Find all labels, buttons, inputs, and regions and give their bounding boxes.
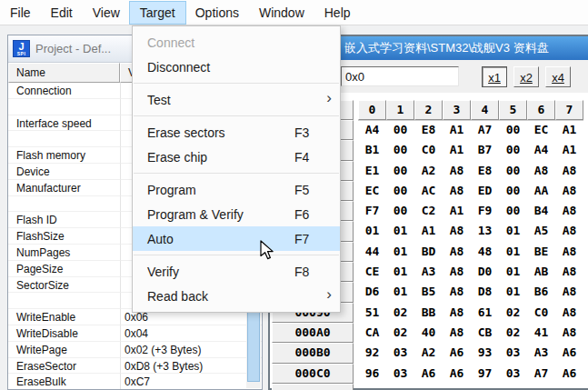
menu-item-program[interactable]: ProgramF5 xyxy=(133,177,340,202)
hex-byte-cell[interactable]: B1 xyxy=(358,140,386,160)
menu-item-read-back[interactable]: Read back› xyxy=(133,284,340,308)
hex-byte-cell[interactable]: 92 xyxy=(358,343,386,363)
hex-byte-cell[interactable]: 00 xyxy=(386,161,414,181)
menubar-item-file[interactable]: File xyxy=(0,2,41,24)
hex-byte-cell[interactable]: A8 xyxy=(443,161,471,181)
hex-byte-cell[interactable]: 02 xyxy=(386,323,414,343)
hex-byte-cell[interactable]: 01 xyxy=(358,221,386,241)
hex-byte-cell[interactable]: A1 xyxy=(443,120,471,140)
hex-byte-cell[interactable]: 93 xyxy=(471,343,499,363)
hex-byte-cell[interactable]: 00 xyxy=(499,161,527,181)
property-row-writedisable[interactable]: WriteDisable0x04 xyxy=(8,325,262,342)
hex-byte-cell[interactable]: 44 xyxy=(358,242,386,262)
hex-byte-cell[interactable]: A8 xyxy=(555,181,583,201)
hex-byte-cell[interactable]: A1 xyxy=(443,140,471,160)
hex-byte-cell[interactable]: 00 xyxy=(499,120,527,140)
hex-byte-cell[interactable]: 96 xyxy=(358,364,386,384)
hex-byte-cell[interactable]: AB xyxy=(527,262,555,282)
hex-byte-cell[interactable]: A8 xyxy=(555,221,583,241)
hex-byte-cell[interactable]: C0 xyxy=(527,303,555,323)
hex-byte-cell[interactable]: 02 xyxy=(499,303,527,323)
hex-byte-cell[interactable]: 01 xyxy=(499,282,527,302)
hex-byte-cell[interactable]: 03 xyxy=(499,343,527,363)
hex-byte-cell[interactable]: CA xyxy=(358,323,386,343)
hex-byte-cell[interactable]: 02 xyxy=(499,323,527,343)
hex-byte-cell[interactable]: BB xyxy=(414,303,443,323)
hex-byte-cell[interactable]: 01 xyxy=(499,262,527,282)
hex-byte-cell[interactable]: E8 xyxy=(471,161,499,181)
hex-byte-cell[interactable]: 97 xyxy=(471,364,499,384)
hex-byte-cell[interactable]: EC xyxy=(358,181,386,201)
hex-byte-cell[interactable]: B4 xyxy=(527,201,555,221)
hex-byte-cell[interactable]: B5 xyxy=(414,282,443,302)
hex-byte-cell[interactable]: A2 xyxy=(414,161,443,181)
hex-byte-cell[interactable]: A6 xyxy=(443,343,471,363)
hex-byte-cell[interactable]: A8 xyxy=(555,262,583,282)
menu-item-disconnect[interactable]: Disconnect xyxy=(133,55,340,79)
hex-byte-cell[interactable]: A1 xyxy=(555,140,583,160)
hex-byte-cell[interactable]: A1 xyxy=(414,221,443,241)
hex-byte-cell[interactable]: A2 xyxy=(414,343,443,363)
menu-item-verify[interactable]: VerifyF8 xyxy=(133,259,340,284)
zoom-x1-button[interactable]: x1 xyxy=(482,66,507,87)
menubar-item-view[interactable]: View xyxy=(83,2,130,24)
menu-item-connect[interactable]: Connect xyxy=(133,30,340,55)
hex-byte-cell[interactable]: 01 xyxy=(386,221,414,241)
hex-byte-cell[interactable]: E1 xyxy=(358,161,386,181)
hex-byte-cell[interactable]: A8 xyxy=(555,242,583,262)
hex-byte-cell[interactable]: A1 xyxy=(555,120,583,140)
hex-byte-cell[interactable]: A1 xyxy=(443,201,471,221)
hex-byte-cell[interactable]: A6 xyxy=(555,364,583,384)
hex-byte-cell[interactable]: EC xyxy=(527,120,555,140)
menubar-item-target[interactable]: Target xyxy=(130,2,185,24)
menubar-item-edit[interactable]: Edit xyxy=(41,2,83,24)
hex-byte-cell[interactable]: A8 xyxy=(443,242,471,262)
hex-byte-cell[interactable]: CE xyxy=(358,262,386,282)
hex-byte-cell[interactable]: 02 xyxy=(386,303,414,323)
hex-byte-cell[interactable]: A8 xyxy=(443,282,471,302)
hex-byte-cell[interactable]: 01 xyxy=(499,242,527,262)
hex-byte-cell[interactable]: 03 xyxy=(386,343,414,363)
hex-byte-cell[interactable]: D0 xyxy=(471,262,499,282)
hex-byte-cell[interactable]: A7 xyxy=(527,364,555,384)
hex-byte-cell[interactable]: A8 xyxy=(555,201,583,221)
hex-byte-cell[interactable]: 00 xyxy=(386,140,414,160)
hex-byte-cell[interactable]: 48 xyxy=(471,242,499,262)
hex-byte-cell[interactable]: 01 xyxy=(386,262,414,282)
hex-byte-cell[interactable]: BD xyxy=(414,242,443,262)
hex-byte-cell[interactable]: 61 xyxy=(471,303,499,323)
hex-byte-cell[interactable]: A3 xyxy=(527,343,555,363)
hex-byte-cell[interactable]: F7 xyxy=(358,201,386,221)
menubar-item-help[interactable]: Help xyxy=(314,2,361,24)
address-input[interactable] xyxy=(341,66,459,86)
hex-byte-cell[interactable]: 01 xyxy=(386,282,414,302)
menu-item-auto[interactable]: AutoF7 xyxy=(133,226,340,251)
hex-byte-cell[interactable]: D6 xyxy=(358,282,386,302)
hex-byte-cell[interactable]: C2 xyxy=(414,201,443,221)
hex-byte-cell[interactable]: 01 xyxy=(386,242,414,262)
hex-byte-cell[interactable]: 51 xyxy=(358,303,386,323)
hex-byte-cell[interactable]: 00 xyxy=(499,181,527,201)
hex-byte-cell[interactable]: A8 xyxy=(555,303,583,323)
hex-byte-cell[interactable]: A8 xyxy=(555,161,583,181)
hex-byte-cell[interactable]: F9 xyxy=(471,201,499,221)
hex-byte-cell[interactable]: AC xyxy=(414,181,443,201)
hex-byte-cell[interactable]: A8 xyxy=(555,282,583,302)
menu-item-erase-sectors[interactable]: Erase sectorsF3 xyxy=(133,120,340,145)
menu-item-erase-chip[interactable]: Erase chipF4 xyxy=(133,145,340,169)
hex-byte-cell[interactable]: A8 xyxy=(443,181,471,201)
hex-byte-cell[interactable]: AA xyxy=(527,181,555,201)
hex-byte-cell[interactable]: 40 xyxy=(414,323,443,343)
hex-byte-cell[interactable]: A3 xyxy=(414,262,443,282)
hex-byte-cell[interactable]: A8 xyxy=(555,323,583,343)
hex-byte-cell[interactable]: A4 xyxy=(358,120,386,140)
hex-byte-cell[interactable]: B6 xyxy=(527,282,555,302)
zoom-x2-button[interactable]: x2 xyxy=(513,66,539,87)
hex-byte-cell[interactable]: A8 xyxy=(443,221,471,241)
hex-byte-cell[interactable]: 41 xyxy=(527,323,555,343)
menubar-item-window[interactable]: Window xyxy=(249,2,314,24)
hex-byte-cell[interactable]: 00 xyxy=(499,201,527,221)
hex-byte-cell[interactable]: A6 xyxy=(555,343,583,363)
hex-byte-cell[interactable]: 00 xyxy=(499,140,527,160)
hex-byte-cell[interactable]: A8 xyxy=(527,161,555,181)
